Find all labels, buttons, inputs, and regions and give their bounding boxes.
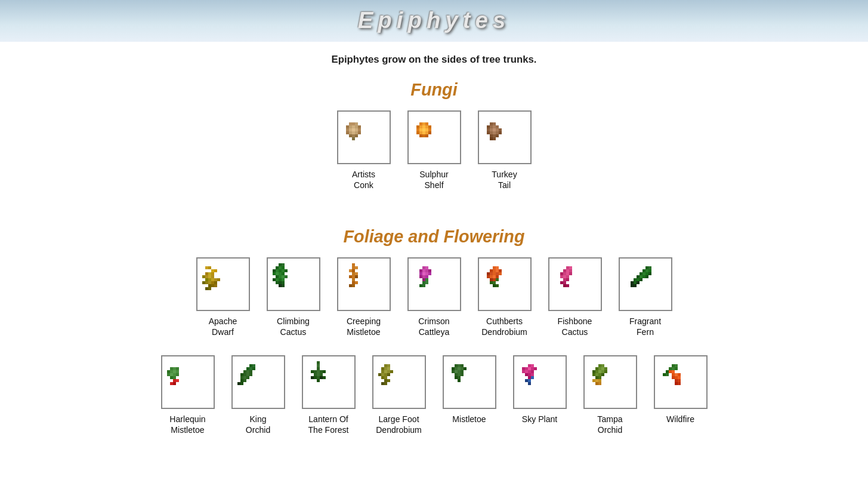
- large-foot-dendrobium-img[interactable]: [372, 355, 426, 409]
- list-item: ApacheDwarf: [196, 257, 250, 338]
- apache-dwarf-img[interactable]: [196, 257, 250, 311]
- list-item: Sky Plant: [513, 355, 567, 436]
- tampa-orchid-label: TampaOrchid: [597, 414, 622, 436]
- foliage-row-1: ApacheDwarf ClimbingCactus CreepingMistl…: [24, 257, 844, 338]
- creeping-mistletoe-label: CreepingMistletoe: [347, 316, 381, 338]
- list-item: FishboneCactus: [548, 257, 602, 338]
- turkey-tail-img[interactable]: [478, 110, 532, 164]
- fragrant-fern-img[interactable]: [619, 257, 672, 311]
- list-item: HarlequinMistletoe: [161, 355, 215, 436]
- sulphur-shelf-img[interactable]: [407, 110, 461, 164]
- harlequin-mistletoe-label: HarlequinMistletoe: [169, 414, 205, 436]
- king-orchid-label: KingOrchid: [246, 414, 270, 436]
- fungi-section: Fungi ArtistsConk SulphurShelf: [24, 80, 844, 191]
- fragrant-fern-label: FragrantFern: [629, 316, 661, 338]
- list-item: SulphurShelf: [407, 110, 461, 191]
- climbing-cactus-label: ClimbingCactus: [277, 316, 310, 338]
- list-item: TurkeyTail: [478, 110, 532, 191]
- artists-conk-img[interactable]: [337, 110, 391, 164]
- artists-conk-label: ArtistsConk: [352, 169, 375, 191]
- fungi-row: ArtistsConk SulphurShelf TurkeyTail: [24, 110, 844, 191]
- wildfire-img[interactable]: [654, 355, 708, 409]
- list-item: KingOrchid: [231, 355, 285, 436]
- lantern-forest-img[interactable]: [302, 355, 356, 409]
- cuthberts-dendrobium-img[interactable]: [478, 257, 532, 311]
- wildfire-label: Wildfire: [666, 414, 694, 425]
- list-item: FragrantFern: [619, 257, 672, 338]
- list-item: ArtistsConk: [337, 110, 391, 191]
- tampa-orchid-img[interactable]: [583, 355, 637, 409]
- fishbone-cactus-label: FishboneCactus: [558, 316, 592, 338]
- mistletoe-img[interactable]: [443, 355, 496, 409]
- turkey-tail-label: TurkeyTail: [492, 169, 517, 191]
- apache-dwarf-label: ApacheDwarf: [209, 316, 237, 338]
- large-foot-dendrobium-label: Large FootDendrobium: [376, 414, 422, 436]
- cuthberts-dendrobium-label: CuthbertsDendrobium: [481, 316, 527, 338]
- page-subtitle: Epiphytes grow on the sides of tree trun…: [24, 54, 844, 66]
- fishbone-cactus-img[interactable]: [548, 257, 602, 311]
- list-item: ClimbingCactus: [267, 257, 320, 338]
- foliage-section: Foliage and Flowering ApacheDwarf Climbi…: [24, 227, 844, 436]
- crimson-cattleya-label: CrimsonCattleya: [418, 316, 449, 338]
- list-item: TampaOrchid: [583, 355, 637, 436]
- climbing-cactus-img[interactable]: [267, 257, 320, 311]
- list-item: CrimsonCattleya: [407, 257, 461, 338]
- king-orchid-img[interactable]: [231, 355, 285, 409]
- foliage-title: Foliage and Flowering: [24, 227, 844, 247]
- sulphur-shelf-label: SulphurShelf: [419, 169, 449, 191]
- mistletoe-label: Mistletoe: [452, 414, 486, 425]
- sky-plant-label: Sky Plant: [522, 414, 557, 425]
- page-title: Epiphytes: [0, 7, 868, 33]
- foliage-row-2: HarlequinMistletoe KingOrchid Lantern Of…: [24, 355, 844, 436]
- creeping-mistletoe-img[interactable]: [337, 257, 391, 311]
- crimson-cattleya-img[interactable]: [407, 257, 461, 311]
- list-item: Wildfire: [654, 355, 708, 436]
- list-item: Lantern OfThe Forest: [302, 355, 356, 436]
- list-item: Mistletoe: [443, 355, 496, 436]
- list-item: CuthbertsDendrobium: [478, 257, 532, 338]
- sky-plant-img[interactable]: [513, 355, 567, 409]
- list-item: Large FootDendrobium: [372, 355, 426, 436]
- list-item: CreepingMistletoe: [337, 257, 391, 338]
- harlequin-mistletoe-img[interactable]: [161, 355, 215, 409]
- lantern-forest-label: Lantern OfThe Forest: [308, 414, 348, 436]
- fungi-title: Fungi: [24, 80, 844, 100]
